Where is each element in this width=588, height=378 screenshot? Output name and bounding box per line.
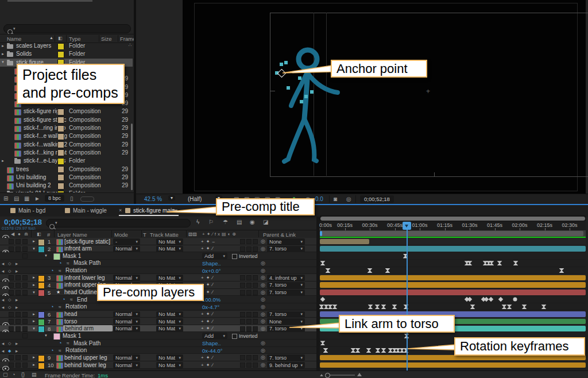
composition-viewport[interactable]: + [183, 0, 586, 194]
playhead-handle[interactable] [403, 222, 411, 230]
parent-pick-whip-icon[interactable]: ◎ [261, 354, 265, 360]
tab-main-bgd[interactable]: Main - bgd [18, 207, 45, 214]
column-mode[interactable]: Mode [114, 232, 128, 238]
layer-label-swatch[interactable] [38, 362, 45, 369]
property-name[interactable]: Rotation [65, 267, 87, 273]
control-point[interactable] [304, 95, 308, 98]
layer-duration-bar[interactable] [320, 282, 586, 288]
layer-duration-bar[interactable] [320, 239, 369, 245]
project-row[interactable]: ►stick-f...e-LayersFolder [0, 157, 133, 165]
av-switch-box[interactable] [9, 275, 14, 280]
twirl-icon[interactable]: ▼ [44, 254, 48, 257]
switch-box[interactable] [253, 362, 258, 368]
next-keyframe-icon[interactable]: ▶ [16, 306, 18, 309]
twirl-icon[interactable]: ► [32, 356, 36, 359]
av-switch-box[interactable] [9, 362, 14, 368]
inverted-checkbox[interactable] [232, 254, 237, 259]
keyframe-hourglass[interactable] [502, 304, 507, 309]
graph-icon[interactable]: ≈ [59, 268, 61, 273]
parent-pick-whip-icon[interactable]: ◎ [261, 238, 265, 244]
timeline-zoom-track[interactable] [326, 375, 355, 376]
keyframe-hourglass[interactable] [366, 348, 372, 353]
timeline-track-row[interactable] [320, 260, 586, 267]
add-keyframe-icon[interactable]: ◇ [8, 269, 11, 273]
prev-keyframe-icon[interactable]: ◀ [2, 262, 4, 265]
switch-box[interactable] [240, 246, 245, 252]
graph-icon[interactable]: ≈ [67, 341, 69, 346]
expand-inout-icon[interactable]: {} [21, 372, 25, 377]
switch-box[interactable] [253, 239, 258, 244]
timeline-track-row[interactable] [320, 252, 586, 260]
blend-mode-select[interactable]: Normal▾ [113, 311, 140, 318]
av-switch-box[interactable] [9, 290, 14, 295]
switch-box[interactable] [246, 312, 252, 317]
switch-box[interactable] [246, 275, 252, 280]
switch-box[interactable] [240, 239, 245, 244]
layer-duration-bar[interactable] [320, 275, 586, 281]
label-swatch[interactable] [57, 133, 64, 140]
timeline-track-row[interactable] [320, 267, 586, 275]
item-name[interactable]: Uni building 2 [16, 182, 51, 188]
property-name[interactable]: Rotation [65, 347, 87, 353]
timeline-row-layer[interactable]: ►7torsoNormal▾No Mat▾+✦∕◎None▾ [0, 318, 316, 325]
twirl-icon[interactable]: ► [32, 363, 36, 367]
keyframe-hourglass[interactable] [375, 304, 380, 309]
next-keyframe-icon[interactable]: ▶ [16, 269, 18, 273]
av-switch-box[interactable] [16, 283, 21, 288]
property-name[interactable]: Rotation [65, 303, 87, 310]
item-name[interactable]: scales Layers [16, 43, 51, 49]
switch-box[interactable] [240, 312, 245, 317]
column-name[interactable]: Name [7, 36, 21, 42]
keyframe-hourglass[interactable] [328, 304, 333, 309]
switch-box[interactable] [240, 290, 245, 295]
property-value[interactable]: Shape.. [202, 260, 221, 267]
control-point[interactable] [287, 86, 290, 90]
item-name[interactable]: Solids [16, 51, 32, 57]
project-row[interactable]: stick-f...ring introComposition29 [0, 124, 133, 132]
track-matte-select[interactable]: No Mat▾ [156, 354, 183, 361]
layer-switches[interactable]: +✦∕ [201, 275, 215, 280]
switch-box[interactable] [253, 290, 258, 295]
timeline-search-input[interactable]: ▾ [46, 219, 191, 227]
mask-name[interactable]: Mask 1 [63, 253, 81, 259]
keyframe-hourglass[interactable] [381, 304, 386, 309]
add-keyframe-icon[interactable]: ◆ [8, 349, 11, 353]
keyframe-hourglass[interactable] [368, 304, 373, 309]
property-name[interactable]: Mask Path [74, 340, 100, 346]
layer-switches[interactable]: +✦∕ [201, 311, 215, 317]
layer-name[interactable]: infront arm [64, 245, 92, 252]
add-keyframe-icon[interactable]: ◇ [8, 305, 11, 310]
layer-duration-bar[interactable] [320, 355, 586, 361]
property-value[interactable]: 100.0% [202, 296, 220, 303]
label-swatch[interactable] [57, 51, 64, 58]
frame-blending-icon[interactable]: ▤ [237, 219, 242, 225]
track-matte-select[interactable]: No Mat▾ [156, 362, 183, 368]
av-switch-box[interactable] [22, 326, 28, 331]
twirl-icon[interactable]: ► [32, 276, 36, 279]
close-tab-icon[interactable]: × [119, 207, 122, 213]
label-swatch[interactable] [57, 158, 64, 165]
twirl-icon[interactable]: ► [32, 240, 36, 243]
timeline-row-layer[interactable]: ►3infront lower legNormal▾No Mat▾+✦∕◎4. … [0, 274, 316, 281]
timeline-navigator-bar[interactable] [320, 217, 585, 221]
av-switch-box[interactable] [16, 319, 21, 324]
parent-link-select[interactable]: 4. infront up▾ [267, 275, 305, 281]
keyframe-hourglass[interactable] [376, 348, 381, 353]
keyframe-hourglass[interactable] [541, 304, 547, 309]
graph-editor-icon[interactable]: ◪ [263, 219, 268, 225]
twirl-icon[interactable]: ► [1, 159, 5, 163]
prev-keyframe-icon[interactable]: ◀ [2, 306, 4, 309]
zoom-level[interactable]: 42.5 % [144, 196, 162, 202]
keyframe-hourglass[interactable] [489, 261, 494, 265]
switch-box[interactable] [246, 326, 252, 331]
switch-box[interactable] [240, 319, 245, 324]
mask-mode-select[interactable]: Add▾ [202, 253, 227, 259]
switch-box[interactable] [240, 283, 245, 288]
property-value[interactable]: 0x-44.0° [202, 348, 223, 354]
property-pick-whip-icon[interactable]: ◎ [261, 304, 265, 310]
snapshot-camera-icon[interactable]: ◙ [334, 196, 337, 202]
switch-box[interactable] [253, 283, 258, 288]
timeline-row-layer[interactable]: ►10behind lower legNormal▾No Mat▾+✦∕◎9. … [0, 361, 316, 369]
av-switch-box[interactable] [22, 283, 28, 288]
keyframe-hourglass[interactable] [320, 341, 326, 345]
